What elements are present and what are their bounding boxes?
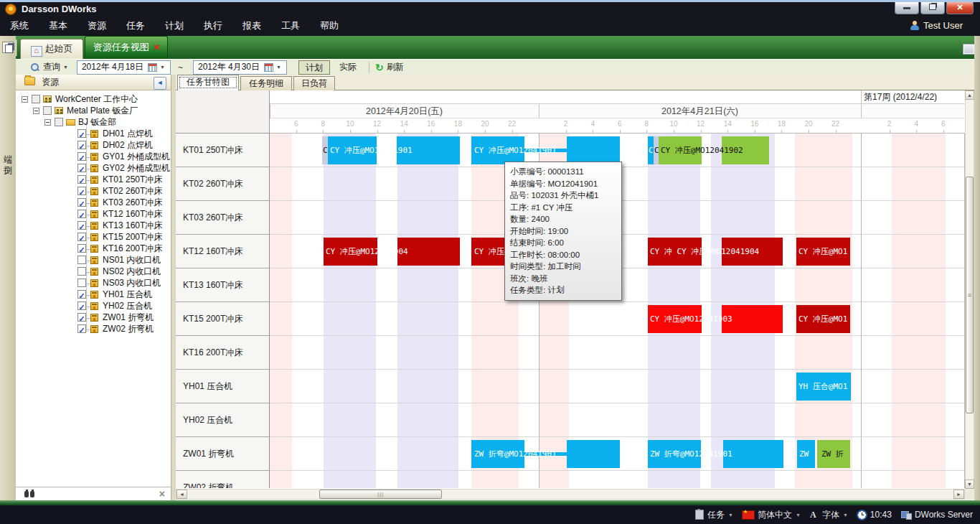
dropdown-icon[interactable]: ▼ bbox=[796, 513, 801, 518]
tree-checkbox[interactable] bbox=[77, 313, 86, 322]
tree-checkbox[interactable] bbox=[77, 198, 86, 207]
menu-item[interactable]: 执行 bbox=[194, 16, 232, 36]
tree-checkbox[interactable] bbox=[77, 256, 86, 264]
panel-splitter[interactable] bbox=[171, 75, 176, 500]
restore-icon bbox=[929, 4, 936, 10]
status-item[interactable]: 简体中文▼ bbox=[743, 509, 801, 521]
dock-panel-icon[interactable] bbox=[2, 42, 14, 53]
tree-checkbox[interactable] bbox=[77, 233, 86, 241]
vertical-scroll-thumb[interactable]: ≡ bbox=[966, 177, 974, 413]
tree-checkbox[interactable] bbox=[77, 210, 86, 218]
tree-node[interactable]: NS01 内收口机 bbox=[16, 255, 171, 266]
tab-home-label: 起始页 bbox=[45, 43, 73, 54]
tab-home-page[interactable]: ⌂起始页 bbox=[20, 39, 83, 59]
menu-item[interactable]: 任务 bbox=[116, 16, 155, 36]
date-from-dropdown-icon[interactable]: ▼ bbox=[160, 65, 165, 70]
tree-checkbox[interactable] bbox=[43, 106, 52, 115]
search-dropdown-icon[interactable]: ▼ bbox=[63, 65, 68, 70]
view-tab-selected[interactable]: 任务甘特图 bbox=[177, 75, 239, 90]
menu-item[interactable]: 基本 bbox=[39, 16, 77, 36]
menu-item[interactable]: 计划 bbox=[155, 16, 194, 36]
status-item[interactable]: 10:43 bbox=[857, 510, 892, 520]
scroll-down-icon[interactable]: ▼ bbox=[965, 479, 974, 489]
collapse-panel-button[interactable]: ◄ bbox=[154, 77, 166, 90]
plan-toggle-button[interactable]: 计划 bbox=[298, 60, 330, 75]
tree-checkbox[interactable] bbox=[77, 279, 86, 287]
menu-item[interactable]: 资源 bbox=[77, 16, 116, 36]
tree-checkbox[interactable] bbox=[77, 164, 86, 172]
tree-checkbox[interactable] bbox=[77, 129, 86, 138]
tree-node[interactable]: KT12 160T冲床 bbox=[16, 209, 171, 220]
tree-checkbox[interactable] bbox=[77, 221, 86, 230]
tree-node[interactable]: ZW02 折弯机 bbox=[16, 324, 171, 335]
date-from-field[interactable]: 2012年 4月18日 ▼ bbox=[77, 60, 171, 75]
tree-node[interactable]: NS03 内收口机 bbox=[16, 278, 171, 289]
tree-checkbox[interactable] bbox=[77, 301, 86, 310]
tree-node[interactable]: WorkCenter 工作中心 bbox=[16, 94, 171, 106]
tree-node[interactable]: YH01 压合机 bbox=[16, 289, 171, 301]
tree-node[interactable]: KT13 160T冲床 bbox=[16, 220, 171, 232]
expand-collapse-icon[interactable] bbox=[22, 96, 28, 103]
view-tab-item[interactable]: 任务明细 bbox=[240, 76, 292, 90]
tree-node[interactable]: DH02 点焊机 bbox=[16, 140, 171, 151]
scroll-left-icon[interactable]: ◄ bbox=[176, 490, 187, 499]
horizontal-scrollbar[interactable]: ◄ ► ||| bbox=[176, 489, 965, 500]
search-button[interactable]: 查询 bbox=[43, 61, 60, 73]
expand-collapse-icon[interactable] bbox=[33, 108, 39, 114]
tree-node[interactable]: KT01 250T冲床 bbox=[16, 174, 171, 186]
status-item[interactable]: DWorks Server bbox=[901, 510, 973, 520]
tree-node[interactable]: Metal Plate 钣金厂 bbox=[16, 106, 171, 117]
status-item[interactable]: 任务▼ bbox=[695, 509, 733, 521]
expand-collapse-icon[interactable] bbox=[44, 119, 51, 126]
tree-checkbox[interactable] bbox=[77, 324, 86, 333]
tree-checkbox[interactable] bbox=[55, 118, 63, 126]
tree-checkbox[interactable] bbox=[32, 95, 40, 103]
tree-checkbox[interactable] bbox=[77, 152, 86, 161]
tree-node[interactable]: GY01 外桶成型机 bbox=[16, 151, 171, 163]
task-bar[interactable] bbox=[567, 136, 620, 164]
tree-checkbox[interactable] bbox=[77, 175, 86, 184]
tree-node[interactable]: KT16 200T冲床 bbox=[16, 243, 171, 255]
close-button[interactable]: ✕ bbox=[946, 2, 974, 14]
restore-button[interactable] bbox=[920, 2, 945, 14]
tree-node[interactable]: KT03 260T冲床 bbox=[16, 197, 171, 209]
tree-node[interactable]: DH01 点焊机 bbox=[16, 128, 171, 140]
tree-checkbox[interactable] bbox=[77, 267, 86, 276]
tree-checkbox[interactable] bbox=[77, 141, 86, 149]
find-icon[interactable] bbox=[24, 490, 36, 497]
tree-node[interactable]: NS02 内收口机 bbox=[16, 266, 171, 278]
menu-item[interactable]: 工具 bbox=[271, 16, 310, 36]
tab-overflow-icon[interactable] bbox=[963, 44, 975, 55]
vertical-scrollbar[interactable]: ▲ ▼ ≡ bbox=[965, 90, 974, 489]
menu-item[interactable]: 报表 bbox=[232, 16, 271, 36]
scroll-right-icon[interactable]: ► bbox=[953, 490, 964, 499]
date-to-dropdown-icon[interactable]: ▼ bbox=[276, 65, 281, 70]
clear-icon[interactable]: × bbox=[159, 488, 165, 500]
tree-node[interactable]: ZW01 折弯机 bbox=[16, 312, 171, 324]
dropdown-icon[interactable]: ▼ bbox=[728, 513, 733, 518]
tree-node[interactable]: GY02 外桶成型机 bbox=[16, 163, 171, 174]
actual-toggle-button[interactable]: 实际 bbox=[333, 60, 363, 75]
tab-resource-task-view[interactable]: 资源任务视图× bbox=[85, 36, 168, 59]
tree-checkbox[interactable] bbox=[77, 290, 86, 299]
menu-item[interactable]: 帮助 bbox=[310, 16, 349, 36]
tab-close-icon[interactable]: × bbox=[154, 42, 160, 52]
refresh-button[interactable]: 刷新 bbox=[387, 61, 404, 73]
view-tab-item[interactable]: 日负荷 bbox=[293, 76, 335, 90]
tree-node[interactable]: BJ 钣金部 bbox=[16, 117, 171, 128]
horizontal-scroll-thumb[interactable]: ||| bbox=[319, 490, 442, 499]
tree-node[interactable]: KT15 200T冲床 bbox=[16, 232, 171, 243]
menu-item[interactable]: 系统 bbox=[0, 16, 39, 36]
hour-tick-label: 20 bbox=[800, 120, 817, 128]
tree-node[interactable]: YH02 压合机 bbox=[16, 301, 171, 312]
dropdown-icon[interactable]: ▼ bbox=[843, 513, 848, 518]
minimize-button[interactable] bbox=[895, 2, 919, 14]
scroll-up-icon[interactable]: ▲ bbox=[965, 90, 974, 100]
tree-checkbox[interactable] bbox=[77, 244, 86, 253]
status-item[interactable]: A字体▼ bbox=[810, 509, 848, 521]
tree-checkbox[interactable] bbox=[77, 187, 86, 195]
tree-node[interactable]: KT02 260T冲床 bbox=[16, 186, 171, 197]
task-bar[interactable] bbox=[567, 440, 620, 468]
date-to-field[interactable]: 2012年 4月30日 ▼ bbox=[193, 60, 287, 75]
collapsed-panel-tab[interactable]: 端捌 bbox=[0, 154, 16, 176]
